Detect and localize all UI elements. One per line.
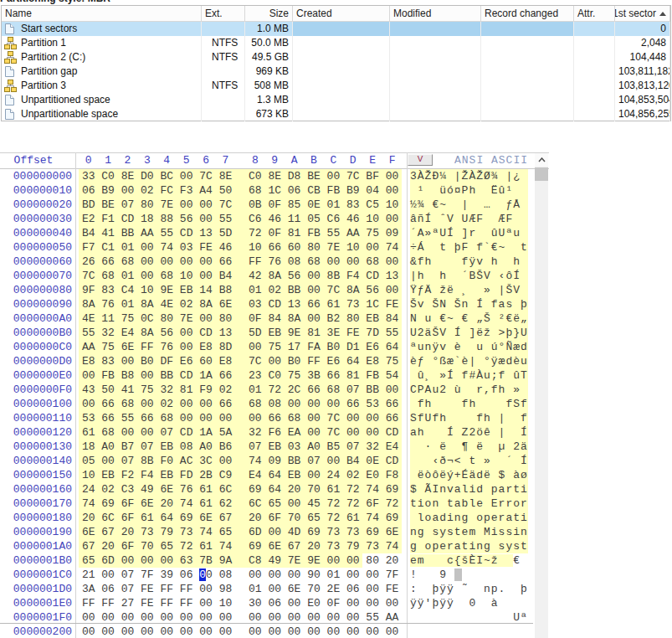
hex-byte[interactable]: 00 <box>265 582 285 596</box>
hex-byte[interactable]: 00 <box>118 553 137 568</box>
hex-byte[interactable]: 14 <box>196 283 215 297</box>
hex-byte[interactable]: E6 <box>324 354 343 368</box>
hex-byte[interactable]: 1C <box>265 183 285 198</box>
ascii-text[interactable]: N u €~ € „Š ²€ë„ <box>410 311 528 326</box>
hex-byte[interactable]: FB <box>362 368 382 383</box>
hex-byte[interactable]: 61 <box>137 511 156 525</box>
hex-byte[interactable]: 56 <box>285 269 304 283</box>
hex-byte[interactable]: B9 <box>98 183 117 198</box>
hex-byte[interactable]: 07 <box>304 454 323 468</box>
hex-byte[interactable]: 90 <box>304 568 323 582</box>
ascii-text[interactable]: U2äŠV Í ]ëž >þ}U <box>410 326 528 340</box>
hex-byte[interactable]: 2E <box>324 582 343 596</box>
hex-byte[interactable]: 7C <box>324 411 343 425</box>
hex-byte[interactable]: E4 <box>118 326 137 340</box>
hex-byte[interactable]: 00 <box>137 269 156 283</box>
hex-byte[interactable]: 80 <box>362 553 382 568</box>
hex-byte[interactable]: 00 <box>245 568 264 582</box>
hex-byte[interactable]: FE <box>343 326 362 340</box>
hex-byte[interactable]: 00 <box>98 625 117 638</box>
hex-byte[interactable]: 01 <box>324 198 343 212</box>
hex-byte[interactable]: 42 <box>245 269 264 283</box>
hex-byte[interactable]: E0 <box>362 468 382 482</box>
hex-byte[interactable]: 1A <box>196 368 215 383</box>
hex-byte[interactable]: 00 <box>196 397 215 411</box>
hex-byte[interactable]: EB <box>157 440 177 454</box>
hex-byte[interactable]: 00 <box>216 454 235 468</box>
hex-byte[interactable]: C0 <box>265 368 285 383</box>
hex-byte[interactable]: B0 <box>285 354 304 368</box>
hex-byte[interactable]: C9 <box>216 468 235 482</box>
hex-byte[interactable]: 55 <box>324 226 343 240</box>
hex-byte[interactable]: FB <box>98 368 117 383</box>
hex-byte[interactable]: 68 <box>98 425 117 440</box>
hex-byte[interactable]: FF <box>79 596 98 610</box>
hex-byte[interactable]: A0 <box>196 440 215 454</box>
hex-byte[interactable]: 45 <box>304 497 323 511</box>
hex-byte[interactable]: 32 <box>98 326 117 340</box>
hex-byte[interactable]: A4 <box>196 183 215 198</box>
column-header-size[interactable]: Size <box>245 6 293 21</box>
hex-byte[interactable]: 00 <box>137 368 156 383</box>
hex-byte[interactable]: AA <box>137 226 156 240</box>
hex-byte[interactable]: 05 <box>79 454 98 468</box>
hex-byte[interactable]: 00 <box>343 596 362 610</box>
column-header-created[interactable]: Created <box>293 6 390 21</box>
hex-byte[interactable]: 00 <box>304 283 323 297</box>
hex-byte[interactable]: 66 <box>98 255 117 269</box>
hex-byte[interactable]: 00 <box>157 255 177 269</box>
hex-byte[interactable]: 8E <box>118 169 137 183</box>
hex-byte[interactable]: 69 <box>382 482 402 497</box>
ascii-text[interactable]: fh fh fSf <box>410 397 528 411</box>
hex-byte[interactable]: D8 <box>285 169 304 183</box>
hex-byte[interactable]: 61 <box>324 482 343 497</box>
hex-byte[interactable]: C5 <box>362 198 382 212</box>
hex-byte[interactable]: 70 <box>304 482 323 497</box>
hex-byte[interactable]: F3 <box>177 183 196 198</box>
hex-byte[interactable]: 9E <box>304 553 323 568</box>
hex-byte[interactable]: 76 <box>98 297 117 311</box>
hex-byte[interactable]: 00 <box>285 596 304 610</box>
hex-byte[interactable]: BB <box>157 368 177 383</box>
hex-byte[interactable]: 00 <box>304 269 323 283</box>
ascii-text[interactable]: ÷Á t þF f`€~ t <box>410 240 528 255</box>
hex-byte[interactable]: 06 <box>98 582 117 596</box>
hex-byte[interactable]: 10 <box>245 240 264 255</box>
ascii-text[interactable]: ´A»ªUÍ ]r ûUªu <box>410 226 528 240</box>
hex-byte[interactable]: 00 <box>196 255 215 269</box>
hex-byte[interactable]: AA <box>79 340 98 354</box>
hex-byte[interactable]: 00 <box>196 625 215 638</box>
hex-byte[interactable]: 6C <box>245 497 264 511</box>
hex-byte[interactable]: 00 <box>304 468 323 482</box>
hex-byte[interactable]: 56 <box>177 212 196 226</box>
hex-byte[interactable]: 55 <box>79 326 98 340</box>
hex-byte[interactable]: 50 <box>216 183 235 198</box>
hex-byte[interactable]: 8A <box>265 269 285 283</box>
hex-byte[interactable]: 32 <box>157 383 177 397</box>
hex-byte[interactable]: 5D <box>216 226 235 240</box>
hex-byte[interactable]: FF <box>177 596 196 610</box>
hex-byte[interactable]: 00 <box>362 582 382 596</box>
hex-byte[interactable]: 74 <box>362 482 382 497</box>
hex-byte[interactable]: 7C <box>343 169 362 183</box>
hex-byte[interactable]: BC <box>157 169 177 183</box>
vertical-scrollbar[interactable] <box>535 153 548 638</box>
hex-byte[interactable]: AA <box>343 226 362 240</box>
hex-byte[interactable]: 08 <box>285 255 304 269</box>
hex-byte[interactable]: 5D <box>245 326 264 340</box>
hex-byte[interactable]: 64 <box>382 340 402 354</box>
hex-byte[interactable]: BE <box>304 169 323 183</box>
hex-byte[interactable]: F8 <box>382 468 402 482</box>
hex-byte[interactable]: 00 <box>177 625 196 638</box>
hex-byte[interactable]: 09 <box>265 454 285 468</box>
column-header-first-sector[interactable]: 1st sector <box>615 6 670 21</box>
hex-byte[interactable]: F4 <box>137 468 156 482</box>
hex-byte[interactable]: 81 <box>304 326 323 340</box>
hex-byte[interactable]: 7F <box>137 568 156 582</box>
hex-byte[interactable]: FF <box>137 340 156 354</box>
hex-byte[interactable]: 4D <box>285 525 304 539</box>
hex-byte[interactable]: 75 <box>98 340 117 354</box>
hex-byte[interactable]: 01 <box>245 283 264 297</box>
hex-byte[interactable]: 41 <box>98 226 117 240</box>
hex-byte[interactable]: 6E <box>265 539 285 553</box>
